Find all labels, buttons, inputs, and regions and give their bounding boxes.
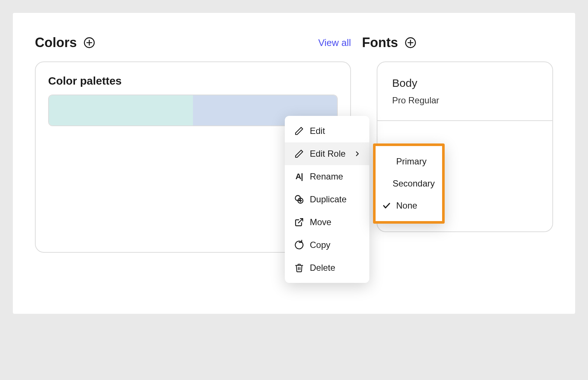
role-option-none[interactable]: None: [376, 195, 442, 217]
pencil-icon: [294, 125, 305, 136]
role-option-label: None: [396, 200, 417, 211]
menu-item-label: Rename: [310, 171, 343, 182]
menu-item-label: Edit: [310, 126, 325, 136]
menu-item-label: Duplicate: [310, 194, 347, 205]
menu-item-rename[interactable]: A| Rename: [285, 165, 369, 188]
view-all-colors-link[interactable]: View all: [318, 37, 351, 49]
move-external-icon: [294, 217, 305, 228]
menu-item-delete[interactable]: Delete: [285, 256, 369, 279]
checkmark-icon: [381, 200, 392, 211]
plus-circle-icon: [83, 37, 95, 49]
font-block-body[interactable]: Body Pro Regular: [377, 62, 552, 121]
menu-item-label: Copy: [310, 240, 330, 250]
check-slot: [381, 178, 388, 189]
color-palettes-heading: Color palettes: [48, 75, 338, 87]
check-slot: [381, 156, 392, 167]
font-name-label: Pro Regular: [392, 95, 538, 106]
menu-item-edit-role[interactable]: Edit Role: [285, 142, 369, 165]
menu-item-label: Move: [310, 217, 331, 227]
colors-title: Colors: [35, 35, 77, 50]
fonts-header: Fonts: [362, 35, 553, 50]
duplicate-icon: [294, 194, 305, 205]
edit-role-submenu: Primary Secondary None: [373, 143, 445, 224]
role-option-primary[interactable]: Primary: [376, 150, 442, 173]
copy-sync-icon: [294, 239, 305, 251]
rename-ai-icon: A|: [294, 171, 305, 182]
pencil-icon: [294, 148, 305, 159]
colors-header: Colors View all: [35, 35, 351, 50]
add-color-button[interactable]: [83, 36, 96, 49]
chevron-right-icon: [354, 150, 361, 157]
plus-circle-icon: [405, 37, 416, 49]
color-context-menu: Edit Edit Role A| Rename Duplicate: [285, 116, 369, 283]
role-option-label: Secondary: [392, 178, 435, 189]
menu-item-edit[interactable]: Edit: [285, 120, 369, 142]
menu-item-move[interactable]: Move: [285, 211, 369, 234]
fonts-title: Fonts: [362, 35, 398, 50]
menu-item-label: Delete: [310, 263, 335, 273]
role-option-label: Primary: [396, 156, 427, 167]
svg-line-10: [298, 219, 303, 223]
menu-item-duplicate[interactable]: Duplicate: [285, 188, 369, 211]
trash-icon: [294, 262, 305, 273]
menu-item-copy[interactable]: Copy: [285, 234, 369, 256]
font-role-label: Body: [392, 77, 538, 89]
add-font-button[interactable]: [404, 36, 417, 49]
role-option-secondary[interactable]: Secondary: [376, 173, 442, 195]
palette-swatch[interactable]: [49, 95, 193, 125]
menu-item-label: Edit Role: [310, 149, 345, 159]
